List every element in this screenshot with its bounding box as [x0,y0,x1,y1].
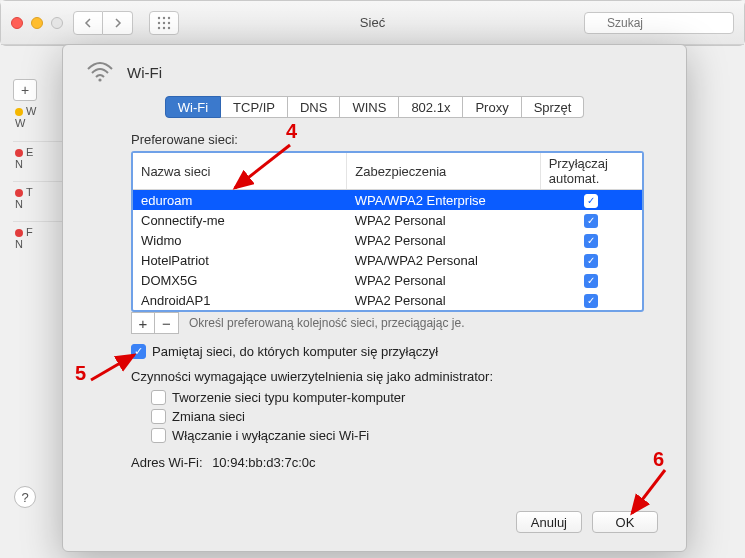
svg-point-0 [158,16,160,18]
remember-networks-label: Pamiętaj sieci, do których komputer się … [152,344,438,359]
add-network-button[interactable]: + [131,312,155,334]
forward-button[interactable] [103,11,133,35]
network-name: Widmo [133,230,347,250]
svg-point-6 [158,26,160,28]
sidebar-item[interactable]: TN [13,181,65,221]
network-autojoin[interactable] [540,230,642,250]
table-row[interactable]: HotelPatriotWPA/WPA2 Personal [133,250,642,270]
checkbox-icon[interactable] [584,254,598,268]
mac-address-label: Adres Wi-Fi: [131,455,203,470]
tab-tcpip[interactable]: TCP/IP [221,96,288,118]
preferred-networks-table[interactable]: Nazwa sieci Zabezpieczenia Przyłączaj au… [131,151,644,312]
tab-wifi[interactable]: Wi-Fi [165,96,221,118]
admin-opt-label: Zmiana sieci [172,409,245,424]
svg-point-7 [163,26,165,28]
svg-point-8 [168,26,170,28]
admin-opt-label: Włączanie i wyłączanie sieci Wi-Fi [172,428,369,443]
sheet-title: Wi-Fi [127,64,162,81]
mac-address-value: 10:94:bb:d3:7c:0c [212,455,315,470]
sidebar-item[interactable]: WW [13,101,65,141]
network-security: WPA2 Personal [347,230,540,250]
network-name: HotelPatriot [133,250,347,270]
admin-opt-change-checkbox[interactable] [151,409,166,424]
sidebar-item[interactable]: EN [13,141,65,181]
network-security: WPA2 Personal [347,270,540,290]
checkbox-icon[interactable] [584,214,598,228]
tab-bar: Wi-Fi TCP/IP DNS WINS 802.1x Proxy Sprzę… [85,96,664,118]
network-autojoin[interactable] [540,250,642,270]
col-security[interactable]: Zabezpieczenia [347,153,540,190]
traffic-lights [11,17,63,29]
wifi-advanced-sheet: Wi-Fi Wi-Fi TCP/IP DNS WINS 802.1x Proxy… [62,44,687,552]
table-row[interactable]: DOMX5GWPA2 Personal [133,270,642,290]
admin-opt-toggle-checkbox[interactable] [151,428,166,443]
checkbox-icon[interactable] [584,274,598,288]
network-name: eduroam [133,190,347,211]
svg-point-5 [168,21,170,23]
sidebar-item[interactable]: FN [13,221,65,261]
ok-button[interactable]: OK [592,511,658,533]
tab-hardware[interactable]: Sprzęt [522,96,585,118]
network-autojoin[interactable] [540,210,642,230]
cancel-button[interactable]: Anuluj [516,511,582,533]
table-row[interactable]: Connectify-meWPA2 Personal [133,210,642,230]
svg-point-3 [158,21,160,23]
network-autojoin[interactable] [540,190,642,211]
preferences-window: Sieć WW EN TN FN + [0,0,745,46]
drag-hint: Określ preferowaną kolejność sieci, prze… [189,316,464,330]
show-all-button[interactable] [149,11,179,35]
network-name: AndroidAP1 [133,290,347,310]
svg-point-11 [98,78,101,81]
tab-8021x[interactable]: 802.1x [399,96,463,118]
col-name[interactable]: Nazwa sieci [133,153,347,190]
checkbox-icon[interactable] [584,294,598,308]
wifi-icon [85,59,115,86]
add-interface-button[interactable]: + [13,79,37,101]
table-row[interactable]: WidmoWPA2 Personal [133,230,642,250]
tab-proxy[interactable]: Proxy [463,96,521,118]
tab-wins[interactable]: WINS [340,96,399,118]
col-auto[interactable]: Przyłączaj automat. [540,153,642,190]
titlebar: Sieć [1,1,744,45]
admin-opt-label: Tworzenie sieci typu komputer-komputer [172,390,405,405]
network-security: WPA2 Personal [347,290,540,310]
checkbox-icon[interactable] [584,194,598,208]
preferred-networks-label: Preferowane sieci: [131,132,664,147]
admin-opt-adhoc-checkbox[interactable] [151,390,166,405]
remember-networks-checkbox[interactable] [131,344,146,359]
back-button[interactable] [73,11,103,35]
network-name: DOMX5G [133,270,347,290]
admin-auth-label: Czynności wymagające uwierzytelnienia si… [131,369,664,384]
zoom-window-button [51,17,63,29]
svg-point-1 [163,16,165,18]
nav-buttons [73,11,133,35]
table-row[interactable]: eduroamWPA/WPA2 Enterprise [133,190,642,211]
network-security: WPA/WPA2 Personal [347,250,540,270]
help-button[interactable]: ? [14,486,36,508]
tab-dns[interactable]: DNS [288,96,340,118]
minimize-window-button[interactable] [31,17,43,29]
network-security: WPA/WPA2 Enterprise [347,190,540,211]
network-autojoin[interactable] [540,290,642,310]
close-window-button[interactable] [11,17,23,29]
remove-network-button[interactable]: − [155,312,179,334]
network-name: Connectify-me [133,210,347,230]
table-row[interactable]: AndroidAP1WPA2 Personal [133,290,642,310]
network-security: WPA2 Personal [347,210,540,230]
svg-point-2 [168,16,170,18]
network-autojoin[interactable] [540,270,642,290]
svg-point-4 [163,21,165,23]
search-input[interactable] [584,12,734,34]
checkbox-icon[interactable] [584,234,598,248]
